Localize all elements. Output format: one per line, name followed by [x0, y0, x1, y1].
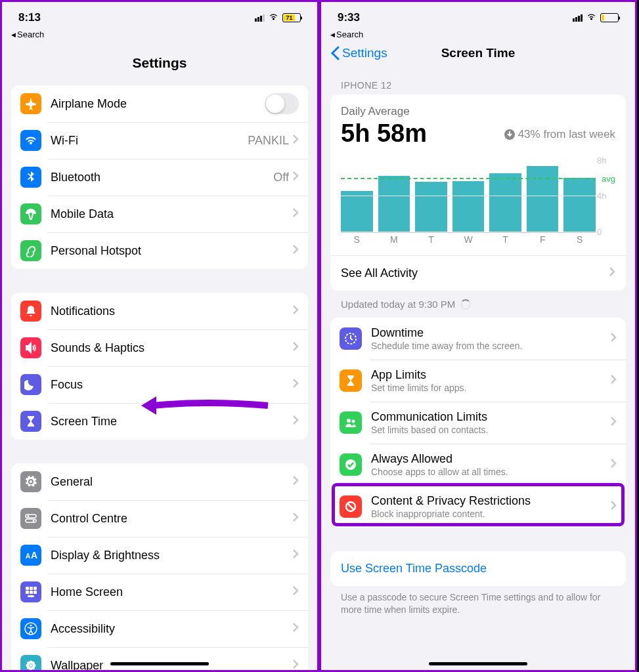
chevron-icon — [293, 135, 299, 147]
chart-x-label: M — [378, 234, 410, 245]
chevron-icon — [293, 379, 299, 391]
chart-bar — [415, 182, 447, 232]
chevron-icon — [611, 501, 617, 513]
use-passcode-link[interactable]: Use Screen Time Passcode — [330, 551, 626, 586]
chevron-icon — [293, 513, 299, 525]
settings-row-airplane-mode[interactable]: Airplane Mode — [11, 85, 308, 122]
feature-always-allowed[interactable]: Always AllowedChoose apps to allow at al… — [330, 444, 626, 486]
chevron-icon — [293, 549, 299, 562]
wifi-icon — [586, 12, 597, 24]
see-all-activity[interactable]: See All Activity — [341, 256, 615, 280]
settings-row-sounds-haptics[interactable]: Sounds & Haptics — [11, 329, 308, 366]
row-label: Control Centre — [51, 512, 293, 526]
settings-row-wallpaper[interactable]: Wallpaper — [11, 647, 308, 672]
feature-app-limits[interactable]: App LimitsSet time limits for apps. — [330, 360, 626, 402]
chart-bar — [452, 181, 485, 232]
row-label: Airplane Mode — [51, 97, 265, 111]
chevron-icon — [293, 415, 299, 428]
cellular-icon — [255, 14, 265, 22]
screen-time-features: DowntimeSchedule time away from the scre… — [330, 318, 626, 528]
nav-back-button[interactable]: Settings — [330, 46, 387, 60]
feature-title: Downtime — [371, 326, 611, 340]
page-title: Settings — [2, 39, 317, 85]
feature-subtitle: Set time limits for apps. — [371, 383, 611, 393]
settings-row-display-brightness[interactable]: Display & Brightness — [11, 537, 308, 574]
settings-row-control-centre[interactable]: Control Centre — [11, 500, 308, 537]
usage-bar-chart: 8h 4h 0 avg SMTWTFS — [341, 159, 615, 245]
flower-icon — [20, 655, 41, 672]
hourglass-icon — [20, 411, 41, 432]
chevron-icon — [293, 171, 299, 184]
settings-row-home-screen[interactable]: Home Screen — [11, 574, 308, 610]
chart-x-label: T — [415, 234, 447, 245]
bell-icon — [20, 301, 41, 322]
back-to-search[interactable]: Search — [321, 28, 635, 39]
row-value: Off — [273, 171, 289, 184]
clock-icon — [340, 327, 362, 350]
status-bar: 9:33 — [321, 2, 635, 28]
feature-subtitle: Schedule time away from the screen. — [371, 341, 611, 351]
daily-average-label: Daily Average — [341, 105, 615, 118]
chevron-icon — [293, 586, 299, 598]
status-time: 9:33 — [338, 11, 360, 24]
settings-row-screen-time[interactable]: Screen Time — [11, 403, 308, 440]
status-bar: 8:13 71 — [2, 2, 317, 28]
settings-row-notifications[interactable]: Notifications — [11, 293, 308, 329]
toggle[interactable] — [265, 93, 299, 114]
nav-bar: Settings Screen Time — [321, 39, 635, 67]
back-to-search[interactable]: Search — [2, 28, 317, 39]
settings-group-2: NotificationsSounds & HapticsFocusScreen… — [11, 293, 308, 440]
wifi-icon — [268, 12, 279, 24]
daily-average-card[interactable]: Daily Average 5h 58m 43% from last week … — [330, 94, 626, 291]
cellular-icon — [573, 14, 583, 22]
home-indicator[interactable] — [429, 662, 527, 665]
textsize-icon — [20, 545, 41, 566]
battery-icon: 71 — [282, 13, 301, 22]
settings-row-accessibility[interactable]: Accessibility — [11, 610, 308, 647]
row-label: Home Screen — [51, 585, 293, 599]
row-label: Mobile Data — [51, 207, 293, 221]
status-icons — [573, 12, 619, 24]
settings-row-mobile-data[interactable]: Mobile Data — [11, 196, 308, 232]
people-icon — [340, 411, 362, 434]
status-icons: 71 — [255, 12, 301, 24]
settings-row-general[interactable]: General — [11, 463, 308, 500]
feature-communication-limits[interactable]: Communication LimitsSet limits based on … — [330, 402, 626, 444]
row-label: Personal Hotspot — [51, 244, 293, 258]
chevron-icon — [293, 208, 299, 220]
feature-title: Always Allowed — [371, 452, 611, 466]
status-time: 8:13 — [18, 11, 41, 24]
speaker-icon — [20, 337, 41, 358]
avg-label: avg — [602, 174, 615, 184]
settings-group-3: GeneralControl CentreDisplay & Brightnes… — [11, 463, 308, 672]
chart-bar — [341, 191, 373, 232]
home-indicator[interactable] — [110, 662, 209, 665]
settings-row-bluetooth[interactable]: BluetoothOff — [11, 159, 308, 196]
chevron-icon — [293, 623, 299, 635]
row-label: Focus — [51, 378, 293, 392]
row-label: Display & Brightness — [51, 549, 293, 562]
feature-title: Communication Limits — [371, 410, 611, 424]
chart-bar — [563, 178, 596, 232]
link-icon — [20, 240, 41, 261]
row-label: Notifications — [51, 304, 293, 318]
switches-icon — [20, 508, 41, 529]
spinner-icon — [460, 299, 471, 310]
left-screenshot: 8:13 71 Search Settings Airplane ModeWi-… — [0, 0, 319, 672]
feature-content-privacy-restrictions[interactable]: Content & Privacy RestrictionsBlock inap… — [330, 486, 626, 528]
passcode-card: Use Screen Time Passcode — [330, 551, 626, 586]
nosign-icon — [340, 495, 362, 518]
chevron-icon — [611, 375, 617, 387]
feature-subtitle: Block inappropriate content. — [371, 509, 611, 519]
updated-text: Updated today at 9:30 PM — [321, 291, 635, 318]
settings-row-personal-hotspot[interactable]: Personal Hotspot — [11, 232, 308, 269]
gear-icon — [20, 471, 41, 492]
feature-downtime[interactable]: DowntimeSchedule time away from the scre… — [330, 318, 626, 360]
chevron-icon — [293, 476, 299, 488]
settings-row-wi-fi[interactable]: Wi-FiPANKIL — [11, 122, 308, 159]
row-value: PANKIL — [248, 134, 289, 148]
settings-row-focus[interactable]: Focus — [11, 366, 308, 403]
check-icon — [340, 453, 362, 476]
chart-bar — [527, 166, 559, 232]
bluetooth-icon — [20, 167, 41, 188]
